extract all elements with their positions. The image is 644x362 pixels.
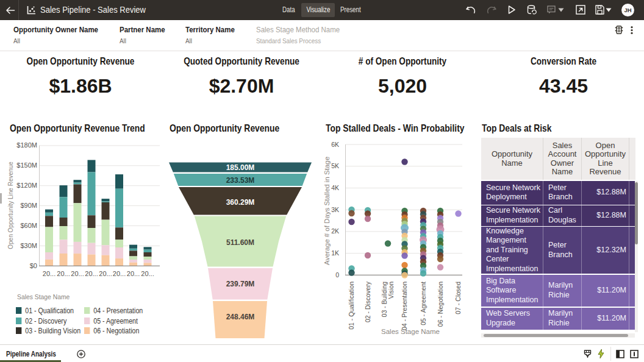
svg-text:Vision: Vision bbox=[387, 282, 395, 299]
svg-text:0: 0 bbox=[335, 271, 339, 279]
svg-text:01 - Qualification: 01 - Qualification bbox=[348, 282, 355, 330]
svg-text:Open Opportunity Line Revenue: Open Opportunity Line Revenue bbox=[7, 161, 14, 249]
svg-text:$90M: $90M bbox=[20, 202, 37, 209]
svg-text:5K: 5K bbox=[331, 162, 339, 169]
svg-text:02 - Discovery: 02 - Discovery bbox=[364, 281, 371, 322]
svg-text:248.46M: 248.46M bbox=[226, 313, 255, 321]
svg-text:3K: 3K bbox=[331, 206, 339, 213]
svg-text:20...: 20... bbox=[99, 270, 112, 277]
svg-text:4K: 4K bbox=[331, 184, 339, 191]
svg-text:20...: 20... bbox=[43, 270, 55, 277]
svg-text:20...: 20... bbox=[57, 270, 70, 277]
svg-text:$0: $0 bbox=[30, 262, 37, 269]
svg-text:$120M: $120M bbox=[16, 182, 37, 189]
svg-text:185.00M: 185.00M bbox=[226, 163, 255, 172]
svg-text:06 - Negotiation: 06 - Negotiation bbox=[437, 282, 444, 327]
svg-text:360.29M: 360.29M bbox=[226, 198, 255, 207]
svg-text:233.53M: 233.53M bbox=[226, 176, 255, 185]
svg-text:20...: 20... bbox=[127, 270, 140, 277]
svg-text:04 - Presentation: 04 - Presentation bbox=[401, 282, 408, 330]
svg-text:$180M: $180M bbox=[16, 141, 37, 149]
svg-text:$150M: $150M bbox=[16, 161, 37, 169]
svg-text:$30M: $30M bbox=[20, 242, 37, 249]
svg-text:07 - Closed: 07 - Closed bbox=[454, 282, 462, 314]
svg-text:2K: 2K bbox=[331, 227, 339, 235]
svg-text:20...: 20... bbox=[113, 270, 126, 277]
svg-text:Sales Stage Name: Sales Stage Name bbox=[381, 328, 440, 335]
svg-text:20...: 20... bbox=[141, 270, 154, 277]
svg-text:511.60M: 511.60M bbox=[226, 238, 254, 247]
svg-text:6K: 6K bbox=[331, 141, 339, 148]
svg-text:Average # of Days Stalled in S: Average # of Days Stalled in Stage bbox=[323, 157, 331, 265]
svg-text:239.79M: 239.79M bbox=[226, 280, 255, 288]
svg-text:05 - Agreement: 05 - Agreement bbox=[420, 282, 427, 325]
svg-text:20...: 20... bbox=[85, 270, 98, 277]
svg-text:20...: 20... bbox=[71, 270, 84, 277]
svg-text:1K: 1K bbox=[331, 249, 339, 257]
svg-text:$60M: $60M bbox=[20, 222, 37, 229]
